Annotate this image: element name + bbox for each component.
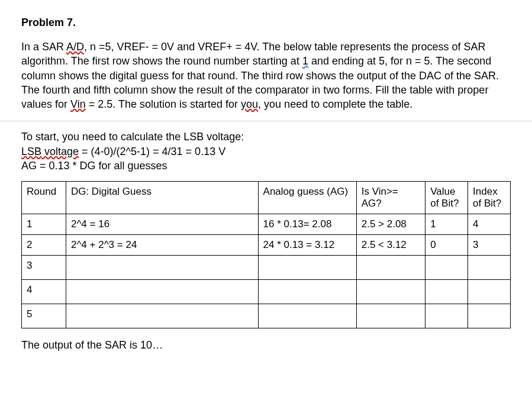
header-idx: Index of Bit? xyxy=(468,182,511,214)
cell-dg: 2^4 + 2^3 = 24 xyxy=(66,235,258,256)
squiggle-you: you, xyxy=(241,98,261,110)
cell-comp xyxy=(356,256,425,280)
cell-val xyxy=(425,304,468,328)
header-round: Round xyxy=(22,182,66,214)
calc-line-2: LSB voltage = (4-0)/(2^5-1) = 4/31 = 0.1… xyxy=(21,144,511,159)
problem-description: In a SAR A/D, n =5, VREF- = 0V and VREF+… xyxy=(21,40,511,111)
cell-comp xyxy=(356,280,425,304)
cell-dg xyxy=(66,280,258,304)
cell-ag xyxy=(258,256,356,280)
cell-idx: 4 xyxy=(468,214,511,235)
cell-idx: 3 xyxy=(468,235,511,256)
cell-val xyxy=(425,280,468,304)
text: = (4-0)/(2^5-1) = 4/31 = 0.13 V xyxy=(79,146,225,157)
cell-comp: 2.5 < 3.12 xyxy=(356,235,425,256)
problem-title: Problem 7. xyxy=(21,17,511,29)
cell-idx xyxy=(468,280,511,304)
cell-dg: 2^4 = 16 xyxy=(66,214,258,235)
table-row: 3 xyxy=(22,256,511,280)
squiggle-voltage: voltage xyxy=(41,146,79,157)
output-line: The output of the SAR is 10… xyxy=(21,339,511,352)
cell-round: 5 xyxy=(22,304,66,328)
table-header-row: Round DG: Digital Guess Analog guess (AG… xyxy=(22,182,511,214)
text: In a SAR xyxy=(21,41,66,53)
table-row: 1 2^4 = 16 16 * 0.13= 2.08 2.5 > 2.08 1 … xyxy=(22,214,511,235)
cell-round: 4 xyxy=(22,280,66,304)
cell-val xyxy=(425,256,468,280)
calculation-block: To start, you need to calculate the LSB … xyxy=(21,130,511,173)
cell-ag: 24 * 0.13 = 3.12 xyxy=(258,235,356,256)
cell-val: 0 xyxy=(425,235,468,256)
squiggle-lsb: LSB xyxy=(21,146,41,157)
section-divider xyxy=(0,121,532,121)
header-comp: Is Vin>= AG? xyxy=(356,182,425,214)
cell-ag xyxy=(258,304,356,328)
cell-dg xyxy=(66,304,258,328)
squiggle-one: 1 xyxy=(302,55,308,67)
cell-comp xyxy=(356,304,425,328)
squiggle-vin: Vin xyxy=(70,98,86,110)
cell-comp: 2.5 > 2.08 xyxy=(356,214,425,235)
calc-line-1: To start, you need to calculate the LSB … xyxy=(21,130,511,144)
sar-table: Round DG: Digital Guess Analog guess (AG… xyxy=(21,181,511,328)
cell-val: 1 xyxy=(425,214,468,235)
text: you need to complete the table. xyxy=(261,98,412,110)
cell-ag xyxy=(258,280,356,304)
cell-idx xyxy=(468,256,511,280)
cell-ag: 16 * 0.13= 2.08 xyxy=(258,214,356,235)
text: = 2.5. The solution is started for xyxy=(86,98,241,110)
squiggle-ad: A/D, xyxy=(66,41,87,53)
cell-round: 3 xyxy=(22,256,66,280)
table-row: 4 xyxy=(22,280,511,304)
cell-idx xyxy=(468,304,511,328)
header-val: Value of Bit? xyxy=(425,182,468,214)
cell-round: 2 xyxy=(22,235,66,256)
problem-page: Problem 7. In a SAR A/D, n =5, VREF- = 0… xyxy=(0,0,532,363)
cell-dg xyxy=(66,256,258,280)
header-ag: Analog guess (AG) xyxy=(258,182,356,214)
cell-round: 1 xyxy=(22,214,66,235)
header-dg: DG: Digital Guess xyxy=(66,182,258,214)
table-row: 2 2^4 + 2^3 = 24 24 * 0.13 = 3.12 2.5 < … xyxy=(22,235,511,256)
table-row: 5 xyxy=(22,304,511,328)
calc-line-3: AG = 0.13 * DG for all guesses xyxy=(21,159,511,173)
